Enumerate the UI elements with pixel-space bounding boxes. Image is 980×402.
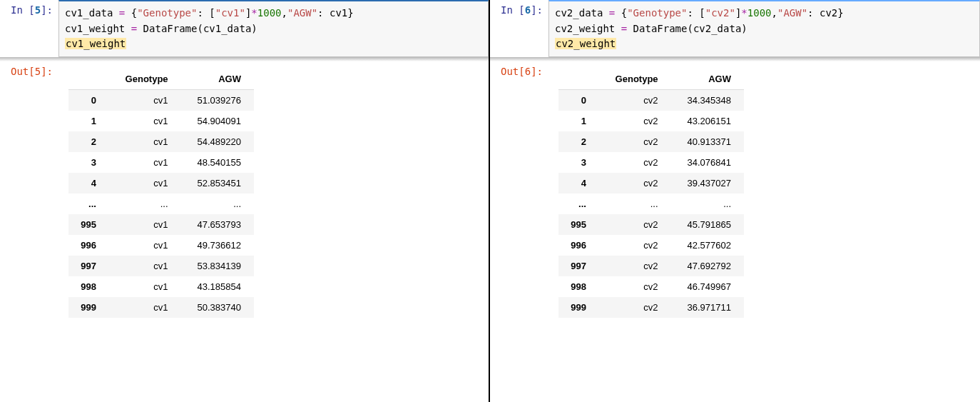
row-index: 1 bbox=[558, 111, 599, 131]
cell-agw: 51.039276 bbox=[181, 90, 254, 111]
cell-genotype: cv2 bbox=[599, 256, 671, 276]
cell-genotype: cv1 bbox=[109, 173, 181, 194]
cell-genotype: cv1 bbox=[109, 256, 181, 276]
row-index: 0 bbox=[68, 90, 109, 111]
code-editor[interactable]: cv1_data = {"Genotype": ["cv1"]*1000,"AG… bbox=[58, 0, 489, 57]
cell-agw: 34.345348 bbox=[671, 90, 744, 111]
row-index: 998 bbox=[68, 276, 109, 297]
cell-genotype: cv2 bbox=[599, 90, 671, 111]
row-index: 2 bbox=[558, 131, 599, 152]
cell-genotype: ... bbox=[109, 194, 181, 214]
row-index: 998 bbox=[558, 276, 599, 297]
table-row: 998cv143.185854 bbox=[68, 276, 254, 297]
table-row: 2cv240.913371 bbox=[558, 131, 744, 152]
input-cell: In [6]: cv2_data = {"Genotype": ["cv2"]*… bbox=[490, 0, 980, 57]
cell-genotype: cv2 bbox=[599, 152, 671, 173]
table-row: 997cv153.834139 bbox=[68, 256, 254, 276]
dataframe-table: Genotype AGW 0cv151.0392761cv154.9040912… bbox=[68, 69, 254, 318]
code-editor[interactable]: cv2_data = {"Genotype": ["cv2"]*1000,"AG… bbox=[548, 0, 980, 57]
row-index: 996 bbox=[68, 235, 109, 256]
table-row: 996cv242.577602 bbox=[558, 235, 744, 256]
cell-genotype: cv1 bbox=[109, 276, 181, 297]
cell-genotype: cv2 bbox=[599, 131, 671, 152]
output-cell: Out[6]: Genotype AGW 0cv234.3453481cv243… bbox=[490, 61, 980, 318]
cell-genotype: cv1 bbox=[109, 131, 181, 152]
index-header bbox=[558, 69, 599, 90]
table-row: 0cv151.039276 bbox=[68, 90, 254, 111]
column-header: AGW bbox=[181, 69, 254, 90]
row-index: ... bbox=[558, 194, 599, 214]
row-index: 0 bbox=[558, 90, 599, 111]
notebook-cell-5: In [5]: cv1_data = {"Genotype": ["cv1"]*… bbox=[0, 0, 490, 402]
cell-genotype: cv2 bbox=[599, 173, 671, 194]
cell-genotype: cv2 bbox=[599, 235, 671, 256]
table-body-left: 0cv151.0392761cv154.9040912cv154.4892203… bbox=[68, 90, 254, 318]
table-header-row: Genotype AGW bbox=[68, 69, 254, 90]
cell-agw: 40.913371 bbox=[671, 131, 744, 152]
row-index: 996 bbox=[558, 235, 599, 256]
row-index: 995 bbox=[68, 214, 109, 235]
cell-agw: 50.383740 bbox=[181, 297, 254, 318]
column-header: Genotype bbox=[109, 69, 181, 90]
in-prompt: In [6]: bbox=[490, 0, 548, 20]
cell-agw: ... bbox=[181, 194, 254, 214]
row-index: 3 bbox=[558, 152, 599, 173]
cell-genotype: cv1 bbox=[109, 297, 181, 318]
table-row: 995cv245.791865 bbox=[558, 214, 744, 235]
table-row: ......... bbox=[68, 194, 254, 214]
table-body-right: 0cv234.3453481cv243.2061512cv240.9133713… bbox=[558, 90, 744, 318]
cell-genotype: cv2 bbox=[599, 111, 671, 131]
cell-genotype: cv1 bbox=[109, 111, 181, 131]
cell-agw: 46.749967 bbox=[671, 276, 744, 297]
column-header: Genotype bbox=[599, 69, 671, 90]
cell-genotype: cv2 bbox=[599, 214, 671, 235]
cell-genotype: cv1 bbox=[109, 152, 181, 173]
cell-genotype: cv2 bbox=[599, 297, 671, 318]
cell-agw: 54.489220 bbox=[181, 131, 254, 152]
cell-agw: 43.185854 bbox=[181, 276, 254, 297]
row-index: 4 bbox=[558, 173, 599, 194]
cell-genotype: cv1 bbox=[109, 90, 181, 111]
table-row: 1cv154.904091 bbox=[68, 111, 254, 131]
index-header bbox=[68, 69, 109, 90]
table-row: 2cv154.489220 bbox=[68, 131, 254, 152]
cell-genotype: ... bbox=[599, 194, 671, 214]
table-row: 999cv236.971711 bbox=[558, 297, 744, 318]
table-row: ......... bbox=[558, 194, 744, 214]
cell-agw: 42.577602 bbox=[671, 235, 744, 256]
cell-agw: 49.736612 bbox=[181, 235, 254, 256]
row-index: 995 bbox=[558, 214, 599, 235]
table-row: 3cv148.540155 bbox=[68, 152, 254, 173]
table-row: 1cv243.206151 bbox=[558, 111, 744, 131]
cell-agw: 47.653793 bbox=[181, 214, 254, 235]
table-header-row: Genotype AGW bbox=[558, 69, 744, 90]
table-row: 4cv152.853451 bbox=[68, 173, 254, 194]
out-prompt: Out[6]: bbox=[490, 61, 548, 81]
row-index: 3 bbox=[68, 152, 109, 173]
cell-agw: 39.437027 bbox=[671, 173, 744, 194]
cell-genotype: cv1 bbox=[109, 214, 181, 235]
row-index: 1 bbox=[68, 111, 109, 131]
notebook-panels: In [5]: cv1_data = {"Genotype": ["cv1"]*… bbox=[0, 0, 980, 402]
row-index: ... bbox=[68, 194, 109, 214]
row-index: 997 bbox=[558, 256, 599, 276]
cell-agw: 36.971711 bbox=[671, 297, 744, 318]
table-row: 995cv147.653793 bbox=[68, 214, 254, 235]
cell-agw: 53.834139 bbox=[181, 256, 254, 276]
table-row: 998cv246.749967 bbox=[558, 276, 744, 297]
dataframe-table: Genotype AGW 0cv234.3453481cv243.2061512… bbox=[558, 69, 744, 318]
output-cell: Out[5]: Genotype AGW 0cv151.0392761cv154… bbox=[0, 61, 489, 318]
table-row: 999cv150.383740 bbox=[68, 297, 254, 318]
column-header: AGW bbox=[671, 69, 744, 90]
cell-agw: 45.791865 bbox=[671, 214, 744, 235]
table-row: 0cv234.345348 bbox=[558, 90, 744, 111]
table-row: 4cv239.437027 bbox=[558, 173, 744, 194]
cell-agw: 54.904091 bbox=[181, 111, 254, 131]
row-index: 999 bbox=[68, 297, 109, 318]
cell-agw: 52.853451 bbox=[181, 173, 254, 194]
row-index: 997 bbox=[68, 256, 109, 276]
out-prompt: Out[5]: bbox=[0, 61, 58, 81]
table-row: 996cv149.736612 bbox=[68, 235, 254, 256]
cell-agw: 43.206151 bbox=[671, 111, 744, 131]
cell-agw: ... bbox=[671, 194, 744, 214]
